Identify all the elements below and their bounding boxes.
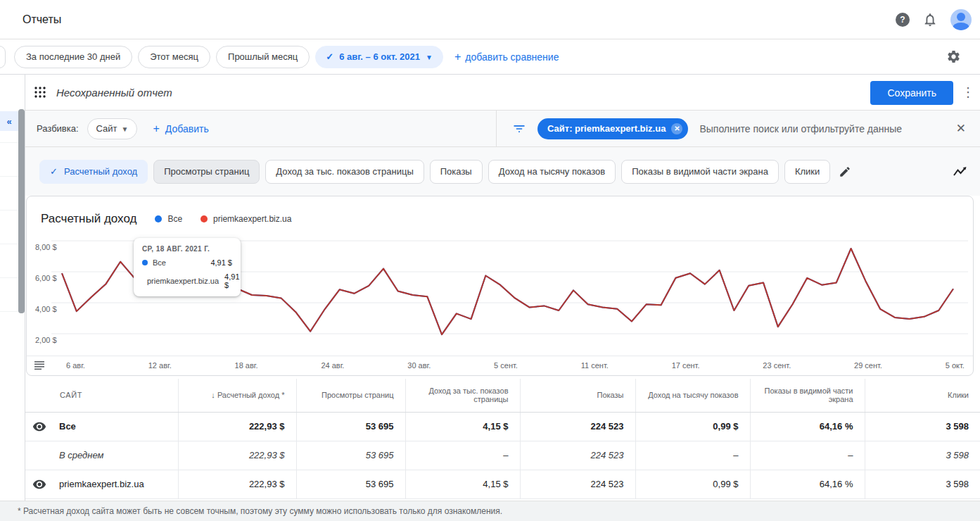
legend-dot-blue <box>155 215 162 222</box>
collapse-panel-icon[interactable]: « <box>0 111 18 131</box>
chart-card: Расчетный доход Все priemkaexpert.biz.ua… <box>26 196 974 376</box>
breakdown-label: Разбивка: <box>37 123 79 134</box>
report-title: Несохраненный отчет <box>56 87 172 99</box>
col-viewability[interactable]: Показы в видимой части экрана <box>750 379 865 412</box>
tooltip-date: СР, 18 АВГ. 2021 Г. <box>142 245 232 253</box>
col-clicks[interactable]: Клики <box>865 379 980 412</box>
settings-gear-icon[interactable] <box>946 49 961 64</box>
metric-chip-impression-rpm[interactable]: Доход на тысячу показов <box>488 160 616 184</box>
report-table: САЙТ ↓ Расчетный доход * Просмотры стран… <box>25 379 980 499</box>
y-tick-6: 6,00 $ <box>35 274 57 282</box>
edit-metrics-pencil-icon[interactable] <box>839 165 851 178</box>
dimension-dropdown[interactable]: Сайт▼ <box>87 118 138 139</box>
plus-icon: + <box>153 123 159 134</box>
table-header-row: САЙТ ↓ Расчетный доход * Просмотры стран… <box>25 379 980 412</box>
more-options-kebab-icon[interactable]: ⋮ <box>962 84 974 100</box>
metric-chips-row: ✓Расчетный доход Просмотры страниц Доход… <box>25 147 980 196</box>
table-row-all: Все 222,93 $ 53 695 4,15 $ 224 523 0,99 … <box>25 412 980 441</box>
save-button[interactable]: Сохранить <box>870 81 953 105</box>
col-impression-rpm[interactable]: Доход на тысячу показов <box>635 379 750 412</box>
metric-chip-impressions[interactable]: Показы <box>430 160 483 184</box>
metric-chip-clicks[interactable]: Клики <box>784 160 830 184</box>
collapsed-sidebar-rail: « <box>0 75 25 521</box>
notifications-bell-icon[interactable] <box>922 12 938 27</box>
help-icon[interactable]: ? <box>896 13 910 27</box>
selected-date-range[interactable]: ✓6 авг. – 6 окт. 2021▼ <box>315 46 443 68</box>
legend-item-all[interactable]: Все <box>155 214 182 224</box>
check-icon: ✓ <box>326 51 333 62</box>
filter-search-zone: Сайт: priemkaexpert.biz.ua ✕ ✕ <box>497 111 980 146</box>
add-comparison-link[interactable]: +добавить сравнение <box>454 51 559 63</box>
y-tick-2: 2,00 $ <box>35 336 57 344</box>
report-panel: Несохраненный отчет Сохранить ⋮ Разбивка… <box>25 75 980 521</box>
chart-menu-icon[interactable] <box>34 360 45 370</box>
user-avatar[interactable] <box>950 9 972 30</box>
table-row-average: В среднем 222,93 $ 53 695 – 224 523 – – … <box>25 441 980 470</box>
clipped-date-chip[interactable] <box>0 46 6 68</box>
col-site[interactable]: САЙТ <box>25 379 178 412</box>
col-page-rpm[interactable]: Доход за тыс. показов страницы <box>405 379 520 412</box>
page-title: Отчеты <box>23 13 61 26</box>
avatar-person-icon <box>957 13 965 21</box>
drag-grid-icon[interactable] <box>34 86 46 99</box>
chart-title: Расчетный доход <box>41 212 136 226</box>
filter-icon <box>512 122 526 136</box>
visibility-eye-icon[interactable] <box>32 477 48 491</box>
preset-last-30-days[interactable]: За последние 30 дней <box>14 46 132 68</box>
preset-last-month[interactable]: Прошлый месяц <box>216 46 310 68</box>
date-filter-bar: За последние 30 дней Этот месяц Прошлый … <box>0 39 980 75</box>
col-impressions[interactable]: Показы <box>520 379 635 412</box>
metric-chip-viewability[interactable]: Показы в видимой части экрана <box>621 160 779 184</box>
metric-chip-page-rpm[interactable]: Доход за тыс. показов страницы <box>265 160 424 184</box>
visibility-eye-icon[interactable] <box>32 420 48 434</box>
report-header: Несохраненный отчет Сохранить ⋮ <box>25 75 980 111</box>
tooltip-row: priemkaexpert.biz.ua 4,91 $ <box>142 272 232 289</box>
active-filter-chip[interactable]: Сайт: priemkaexpert.biz.ua ✕ <box>537 118 688 139</box>
metric-chip-page-views[interactable]: Просмотры страниц <box>153 160 260 184</box>
remove-filter-icon[interactable]: ✕ <box>671 123 682 134</box>
chart-header: Расчетный доход Все priemkaexpert.biz.ua <box>27 196 973 237</box>
chevron-down-icon: ▼ <box>122 125 129 133</box>
tooltip-dot-blue <box>142 260 148 265</box>
preset-this-month[interactable]: Этот месяц <box>138 46 210 68</box>
legend-dot-red <box>201 215 208 222</box>
search-input[interactable] <box>699 123 955 134</box>
site-name: Все <box>59 421 76 432</box>
site-name: priemkaexpert.biz.ua <box>59 479 144 489</box>
toggle-chart-icon[interactable] <box>952 163 969 180</box>
topbar: Отчеты ? <box>0 0 980 39</box>
tooltip-row: Все 4,91 $ <box>142 258 232 267</box>
breakdown-filter-row: Разбивка: Сайт▼ +Добавить Сайт: priemkae… <box>25 111 980 147</box>
chevron-down-icon: ▼ <box>426 54 433 61</box>
chart-plot-area[interactable]: 8,00 $ 6,00 $ 4,00 $ 2,00 $ СР, 18 АВГ. … <box>27 237 973 356</box>
plus-icon: + <box>454 51 461 63</box>
col-estimated-earnings[interactable]: ↓ Расчетный доход * <box>178 379 296 412</box>
footnote: * Расчетная доход сайта может быть не со… <box>0 501 980 521</box>
site-name: В среднем <box>59 450 103 460</box>
y-tick-8: 8,00 $ <box>35 243 57 251</box>
metric-chip-estimated-earnings[interactable]: ✓Расчетный доход <box>39 160 148 184</box>
close-filter-icon[interactable]: ✕ <box>956 121 966 136</box>
topbar-actions: ? <box>896 9 972 30</box>
table-row-site: priemkaexpert.biz.ua 222,93 $ 53 695 4,1… <box>25 470 980 498</box>
add-breakdown-link[interactable]: +Добавить <box>153 123 208 135</box>
chart-x-axis: 6 авг. 12 авг. 18 авг. 24 авг. 30 авг. 5… <box>27 356 973 375</box>
x-tick-labels: 6 авг. 12 авг. 18 авг. 24 авг. 30 авг. 5… <box>66 361 965 370</box>
col-page-views[interactable]: Просмотры страниц <box>296 379 405 412</box>
chart-tooltip: СР, 18 АВГ. 2021 Г. Все 4,91 $ priemkaex… <box>134 238 241 296</box>
y-tick-4: 4,00 $ <box>35 305 57 313</box>
check-icon: ✓ <box>50 166 58 177</box>
legend-item-site[interactable]: priemkaexpert.biz.ua <box>201 214 291 224</box>
vertical-scrollbar[interactable] <box>18 109 25 313</box>
